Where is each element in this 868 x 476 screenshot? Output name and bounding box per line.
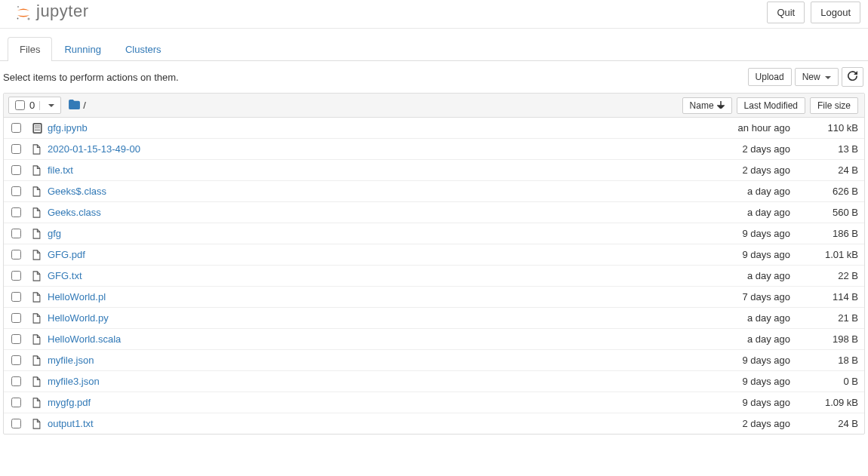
select-all-group: 0: [8, 97, 61, 114]
sort-name-button[interactable]: Name: [682, 97, 732, 114]
tab-clusters[interactable]: Clusters: [113, 37, 174, 61]
tab-bar: FilesRunningClusters: [0, 36, 868, 61]
logo[interactable]: jupyter: [8, 3, 89, 23]
file-row: GFG.pdf9 days ago1.01 kB: [4, 244, 864, 266]
file-row: Geeks$.classa day ago626 B: [4, 181, 864, 202]
select-all-checkbox[interactable]: [15, 100, 25, 110]
logout-button[interactable]: Logout: [811, 2, 860, 23]
upload-button[interactable]: Upload: [748, 68, 792, 86]
quit-button[interactable]: Quit: [767, 2, 805, 23]
file-row: HelloWorld.scalaa day ago198 B: [4, 329, 864, 350]
row-checkbox[interactable]: [11, 186, 21, 196]
arrow-down-icon: [717, 101, 725, 110]
row-checkbox[interactable]: [11, 313, 21, 323]
row-checkbox[interactable]: [11, 144, 21, 154]
file-link[interactable]: gfg: [48, 228, 685, 239]
file-link[interactable]: Geeks.class: [48, 207, 685, 218]
file-list-container: 0 / Name Last Modified File size gfg.ipy…: [3, 93, 865, 435]
file-modified: 9 days ago: [685, 376, 790, 387]
tab-running[interactable]: Running: [52, 37, 112, 61]
row-checkbox[interactable]: [11, 398, 21, 407]
file-size: 13 B: [790, 143, 858, 155]
file-size: 110 kB: [790, 122, 858, 134]
file-link[interactable]: myfile.json: [48, 355, 685, 366]
toolbar-row: Select items to perform actions on them.…: [0, 61, 868, 93]
file-modified: an hour ago: [685, 122, 790, 134]
file-modified: 2 days ago: [685, 164, 790, 176]
row-checkbox[interactable]: [11, 229, 21, 238]
svg-point-0: [17, 5, 19, 7]
row-checkbox[interactable]: [11, 292, 21, 302]
folder-icon[interactable]: [69, 100, 80, 112]
file-link[interactable]: file.txt: [48, 164, 685, 176]
notebook-icon: [32, 123, 48, 134]
file-link[interactable]: output1.txt: [48, 418, 685, 429]
file-size: 114 B: [790, 291, 858, 302]
selection-hint: Select items to perform actions on them.: [3, 72, 179, 83]
sort-size-button[interactable]: File size: [810, 97, 858, 114]
row-checkbox[interactable]: [11, 376, 21, 386]
file-size: 1.09 kB: [790, 397, 858, 408]
row-checkbox[interactable]: [11, 419, 21, 428]
file-size: 24 B: [790, 164, 858, 176]
file-size: 198 B: [790, 333, 858, 345]
file-modified: 9 days ago: [685, 397, 790, 408]
row-checkbox[interactable]: [11, 271, 21, 281]
svg-point-2: [17, 17, 19, 19]
logo-text: jupyter: [36, 2, 89, 21]
tab-files[interactable]: Files: [8, 37, 52, 61]
file-row: file.txt2 days ago24 B: [4, 160, 864, 181]
file-size: 21 B: [790, 312, 858, 324]
toolbar-right: Upload New: [748, 67, 863, 87]
file-icon: [32, 292, 48, 302]
file-row: mygfg.pdf9 days ago1.09 kB: [4, 392, 864, 413]
file-link[interactable]: Geeks$.class: [48, 186, 685, 197]
new-dropdown-button[interactable]: New: [795, 68, 839, 86]
file-modified: 2 days ago: [685, 143, 790, 155]
file-link[interactable]: HelloWorld.scala: [48, 333, 685, 345]
file-modified: a day ago: [685, 186, 790, 197]
name-col-label: Name: [690, 100, 714, 111]
file-size: 24 B: [790, 418, 858, 429]
file-size: 560 B: [790, 207, 858, 218]
file-link[interactable]: 2020-01-15-13-49-00: [48, 143, 685, 155]
file-link[interactable]: HelloWorld.py: [48, 312, 685, 324]
file-row: gfg9 days ago186 B: [4, 223, 864, 244]
row-checkbox[interactable]: [11, 334, 21, 344]
file-rows: gfg.ipynban hour ago110 kB2020-01-15-13-…: [4, 118, 864, 434]
file-modified: 9 days ago: [685, 249, 790, 260]
file-link[interactable]: GFG.pdf: [48, 249, 685, 260]
file-link[interactable]: HelloWorld.pl: [48, 291, 685, 302]
file-icon: [32, 376, 48, 387]
file-modified: a day ago: [685, 312, 790, 324]
file-icon: [32, 313, 48, 324]
file-icon: [32, 144, 48, 155]
row-checkbox[interactable]: [11, 207, 21, 217]
file-modified: 9 days ago: [685, 355, 790, 366]
file-row: HelloWorld.pya day ago21 B: [4, 308, 864, 329]
row-checkbox[interactable]: [11, 165, 21, 175]
file-row: output1.txt2 days ago24 B: [4, 413, 864, 434]
sort-modified-button[interactable]: Last Modified: [737, 97, 805, 114]
file-link[interactable]: myfile3.json: [48, 376, 685, 387]
jupyter-icon: [15, 5, 32, 21]
file-row: HelloWorld.pl7 days ago114 B: [4, 287, 864, 308]
file-icon: [32, 419, 48, 429]
file-link[interactable]: GFG.txt: [48, 270, 685, 281]
file-icon: [32, 165, 48, 176]
row-checkbox[interactable]: [11, 123, 21, 133]
file-icon: [32, 250, 48, 260]
file-icon: [32, 334, 48, 345]
file-link[interactable]: mygfg.pdf: [48, 397, 685, 408]
select-filter-dropdown[interactable]: [39, 101, 60, 110]
file-link[interactable]: gfg.ipynb: [48, 122, 685, 134]
file-icon: [32, 271, 48, 281]
refresh-button[interactable]: [842, 67, 863, 87]
file-modified: 7 days ago: [685, 291, 790, 302]
file-row: myfile.json9 days ago18 B: [4, 350, 864, 371]
selected-count: 0: [29, 100, 35, 111]
file-size: 1.01 kB: [790, 249, 858, 260]
row-checkbox[interactable]: [11, 355, 21, 365]
row-checkbox[interactable]: [11, 250, 21, 259]
header-bar: jupyter Quit Logout: [0, 0, 868, 29]
